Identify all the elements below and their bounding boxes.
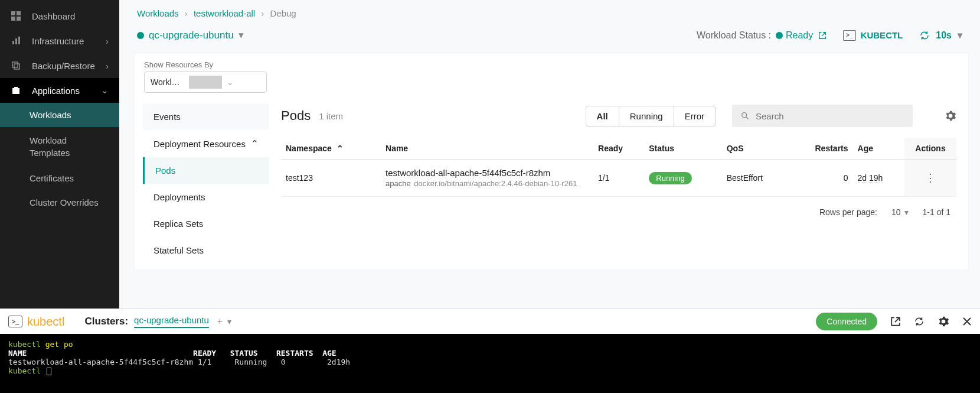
- resource-nav-events[interactable]: Events: [143, 103, 269, 130]
- cell-qos: BestEffort: [722, 160, 790, 197]
- status-filter-segments: All Running Error: [586, 106, 716, 126]
- search-input[interactable]: [756, 111, 904, 121]
- col-age[interactable]: Age: [853, 138, 904, 160]
- search-box[interactable]: [732, 105, 913, 127]
- col-qos[interactable]: QoS: [722, 138, 790, 160]
- cluster-selector[interactable]: qc-upgrade-ubuntu ▾: [137, 29, 244, 41]
- search-icon: [740, 111, 750, 121]
- status-badge: Running: [649, 172, 691, 184]
- svg-rect-0: [11, 11, 15, 15]
- col-namespace[interactable]: Namespace ⌃: [281, 138, 381, 160]
- panel-title: Pods: [281, 108, 311, 124]
- sidebar-sub-certificates[interactable]: Certificates: [0, 166, 119, 190]
- resource-nav-stateful-sets[interactable]: Stateful Sets: [143, 237, 269, 264]
- terminal-toolbar: >_ kubectl Clusters: qc-upgrade-ubuntu +…: [0, 308, 980, 334]
- sidebar-item-label: Infrastructure: [32, 36, 84, 46]
- cell-actions: ⋮: [904, 160, 956, 197]
- status-dot-icon: [137, 32, 144, 39]
- refresh-interval-selector[interactable]: 10s ▾: [919, 30, 962, 41]
- col-actions: Actions: [904, 138, 956, 160]
- kubectl-button[interactable]: >_ KUBECTL: [843, 30, 903, 41]
- svg-rect-8: [14, 64, 19, 69]
- add-cluster-button[interactable]: +: [217, 316, 223, 327]
- sidebar-sub-workload-templates[interactable]: Workload Templates: [0, 127, 119, 166]
- header-row: qc-upgrade-ubuntu ▾ Workload Status : Re…: [119, 18, 980, 53]
- sidebar: Dashboard Infrastructure › Backup/Restor…: [0, 0, 119, 308]
- breadcrumb: Workloads › testworkload-all › Debug: [119, 0, 980, 18]
- sidebar-item-label: Dashboard: [32, 11, 75, 21]
- cluster-tab[interactable]: qc-upgrade-ubuntu: [134, 315, 209, 328]
- caret-down-icon: ▾: [958, 30, 962, 41]
- svg-rect-7: [12, 62, 18, 67]
- sidebar-item-backup-restore[interactable]: Backup/Restore ›: [0, 53, 119, 78]
- chevron-down-icon: ⌄: [101, 85, 109, 96]
- cell-name: testworkload-all-apache-5f44f5c5cf-r8zhm…: [381, 160, 593, 197]
- terminal-icon: >_: [8, 316, 22, 327]
- sidebar-sub-cluster-overrides[interactable]: Cluster Overrides: [0, 190, 119, 215]
- cell-status: Running: [644, 160, 721, 197]
- status-value: Ready: [786, 30, 813, 40]
- svg-rect-1: [17, 11, 21, 15]
- svg-rect-4: [12, 41, 14, 44]
- filter-seg-error[interactable]: Error: [674, 106, 715, 126]
- resource-nav-deployment-header[interactable]: Deployment Resources ⌃: [143, 130, 269, 157]
- kubectl-brand: kubectl: [27, 315, 64, 329]
- sidebar-item-applications[interactable]: Applications ⌄: [0, 78, 119, 103]
- terminal-output[interactable]: kubectl get po NAME READY STATUS RESTART…: [0, 334, 980, 393]
- breadcrumb-workloads[interactable]: Workloads: [137, 8, 179, 18]
- open-external-icon[interactable]: [818, 30, 827, 40]
- refresh-icon[interactable]: [914, 316, 925, 327]
- sort-asc-icon: ⌃: [337, 144, 344, 153]
- svg-rect-2: [11, 17, 15, 21]
- chevron-right-icon: ›: [106, 36, 109, 46]
- sidebar-item-label: Applications: [32, 86, 80, 96]
- connection-status-badge: Connected: [816, 313, 877, 330]
- breadcrumb-current: Debug: [270, 8, 296, 18]
- filter-seg-running[interactable]: Running: [619, 106, 674, 126]
- table-settings-button[interactable]: [945, 110, 956, 122]
- rows-per-page-label: Rows per page:: [819, 207, 877, 217]
- row-actions-button[interactable]: ⋮: [925, 172, 936, 184]
- sidebar-item-infrastructure[interactable]: Infrastructure ›: [0, 28, 119, 53]
- resources-card: Show Resources By Workload(testworkloa… …: [135, 53, 968, 269]
- rows-per-page-select[interactable]: 10 ▾: [891, 207, 909, 217]
- panel-item-count: 1 item: [319, 111, 343, 121]
- breadcrumb-sep: ›: [185, 8, 188, 18]
- sidebar-item-dashboard[interactable]: Dashboard: [0, 4, 119, 28]
- svg-rect-3: [17, 17, 21, 21]
- clusters-label: Clusters:: [84, 316, 128, 327]
- filter-seg-all[interactable]: All: [586, 106, 619, 126]
- chevron-down-icon: ⌄: [227, 77, 260, 87]
- resource-filter-select[interactable]: Workload(testworkloa… ⌄: [144, 72, 267, 93]
- col-status[interactable]: Status: [644, 138, 721, 160]
- resource-nav-pods[interactable]: Pods: [143, 157, 269, 184]
- col-name[interactable]: Name: [381, 138, 593, 160]
- svg-point-9: [742, 113, 747, 118]
- backup-icon: [11, 60, 21, 71]
- cluster-menu-caret[interactable]: ▾: [227, 317, 231, 326]
- cell-age: 2d 19h: [853, 160, 904, 197]
- show-resources-label: Show Resources By: [144, 60, 959, 69]
- resource-nav-deployments[interactable]: Deployments: [143, 184, 269, 210]
- breadcrumb-sep: ›: [261, 8, 264, 18]
- cluster-name: qc-upgrade-ubuntu: [149, 30, 234, 41]
- chevron-up-icon: ⌃: [251, 138, 259, 149]
- cell-ready: 1/1: [593, 160, 644, 197]
- main-content: Workloads › testworkload-all › Debug qc-…: [119, 0, 980, 308]
- chevron-right-icon: ›: [106, 61, 109, 71]
- pagination-range: 1-1 of 1: [923, 207, 950, 217]
- gear-icon[interactable]: [937, 316, 949, 327]
- col-restarts[interactable]: Restarts: [789, 138, 852, 160]
- open-external-icon[interactable]: [890, 316, 901, 327]
- close-icon[interactable]: [962, 317, 972, 326]
- sidebar-item-label: Backup/Restore: [32, 61, 95, 71]
- sidebar-sub-workloads[interactable]: Workloads: [0, 103, 119, 127]
- col-ready[interactable]: Ready: [593, 138, 644, 160]
- table-pager: Rows per page: 10 ▾ 1-1 of 1: [281, 197, 956, 223]
- cell-restarts: 0: [789, 160, 852, 197]
- svg-rect-5: [15, 38, 17, 44]
- breadcrumb-workload-name[interactable]: testworkload-all: [194, 8, 255, 18]
- terminal-icon: >_: [843, 30, 856, 41]
- resource-nav-replica-sets[interactable]: Replica Sets: [143, 210, 269, 237]
- caret-down-icon: ▾: [239, 29, 244, 41]
